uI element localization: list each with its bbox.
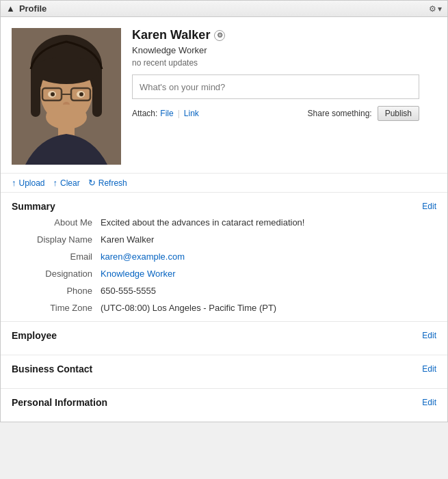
refresh-button[interactable]: ↻ Refresh xyxy=(88,178,127,188)
section-title: Personal Information xyxy=(12,397,107,408)
profile-name-row: Karen Walker ⚙ xyxy=(132,28,436,42)
summary-grid: About MeExcited about the advances in ca… xyxy=(12,217,436,313)
refresh-label: Refresh xyxy=(98,178,127,188)
profile-panel: ▲ Profile ⚙ ▾ xyxy=(0,0,448,422)
attach-divider: | xyxy=(178,109,180,118)
section-header: Employee Edit xyxy=(12,330,436,341)
field-value: 650-555-5555 xyxy=(101,286,436,296)
section-title: Business Contact xyxy=(12,364,92,374)
panel-title: Profile xyxy=(19,3,47,14)
field-label: Designation xyxy=(12,269,101,279)
section-personal-information: Personal Information Edit xyxy=(1,388,447,422)
field-label: Time Zone xyxy=(12,303,101,313)
clear-button[interactable]: ↑ Clear xyxy=(53,178,80,188)
attach-bar-left: Attach: File | Link xyxy=(132,109,199,118)
summary-header: Summary Edit xyxy=(12,201,436,212)
section-title: Employee xyxy=(12,330,57,341)
profile-title: Knowledge Worker xyxy=(132,45,436,55)
profile-panel-icon: ▲ xyxy=(6,3,15,14)
summary-edit-link[interactable]: Edit xyxy=(422,202,436,211)
field-label: Phone xyxy=(12,286,101,296)
settings-icon[interactable]: ⚙ xyxy=(429,4,436,14)
upload-icon: ↑ xyxy=(12,178,16,188)
panel-header-left: ▲ Profile xyxy=(6,3,47,14)
status-input[interactable] xyxy=(132,74,419,99)
profile-settings-icon[interactable]: ⚙ xyxy=(214,30,225,41)
attach-file-link[interactable]: File xyxy=(160,109,173,118)
profile-photo xyxy=(12,28,121,165)
section-edit-link[interactable]: Edit xyxy=(422,364,436,374)
avatar-svg xyxy=(12,28,121,165)
clear-icon: ↑ xyxy=(53,178,58,188)
summary-section: Summary Edit About MeExcited about the a… xyxy=(1,192,447,321)
settings-dropdown-icon[interactable]: ▾ xyxy=(438,4,442,14)
share-label: Share something: xyxy=(308,109,372,118)
field-label: Display Name xyxy=(12,234,101,245)
field-value: (UTC-08:00) Los Angeles - Pacific Time (… xyxy=(101,303,436,313)
profile-info: Karen Walker ⚙ Knowledge Worker no recen… xyxy=(132,28,436,165)
svg-point-10 xyxy=(51,92,55,96)
attach-link-link[interactable]: Link xyxy=(184,109,199,118)
refresh-icon: ↻ xyxy=(88,178,96,188)
section-header: Business Contact Edit xyxy=(12,364,436,374)
summary-title: Summary xyxy=(12,201,55,212)
upload-label: Upload xyxy=(19,178,45,188)
section-edit-link[interactable]: Edit xyxy=(422,398,436,407)
profile-updates: no recent updates xyxy=(132,58,436,68)
panel-header: ▲ Profile ⚙ ▾ xyxy=(1,1,447,17)
publish-button[interactable]: Publish xyxy=(378,106,419,121)
section-employee: Employee Edit xyxy=(1,321,447,355)
field-label: About Me xyxy=(12,217,101,228)
svg-point-11 xyxy=(79,92,83,96)
section-business-contact: Business Contact Edit xyxy=(1,355,447,388)
section-edit-link[interactable]: Edit xyxy=(422,331,436,340)
profile-name-text: Karen Walker xyxy=(132,28,210,42)
field-value: karen@example.com xyxy=(101,251,436,262)
toolbar-bar: ↑ Upload ↑ Clear ↻ Refresh xyxy=(1,173,447,192)
field-label: Email xyxy=(12,251,101,262)
panel-settings[interactable]: ⚙ ▾ xyxy=(429,4,442,14)
field-value: Karen Walker xyxy=(101,234,436,245)
attach-bar: Attach: File | Link Share something: Pub… xyxy=(132,106,419,121)
clear-label: Clear xyxy=(60,178,80,188)
section-header: Personal Information Edit xyxy=(12,397,436,408)
profile-top: Karen Walker ⚙ Knowledge Worker no recen… xyxy=(1,17,447,173)
field-value: Knowledge Worker xyxy=(101,269,436,279)
attach-bar-right: Share something: Publish xyxy=(308,106,419,121)
profile-photo-img xyxy=(12,28,121,165)
upload-button[interactable]: ↑ Upload xyxy=(12,178,45,188)
svg-point-15 xyxy=(34,57,99,84)
attach-label: Attach: xyxy=(132,109,157,118)
field-value: Excited about the advances in cataract r… xyxy=(101,217,436,228)
